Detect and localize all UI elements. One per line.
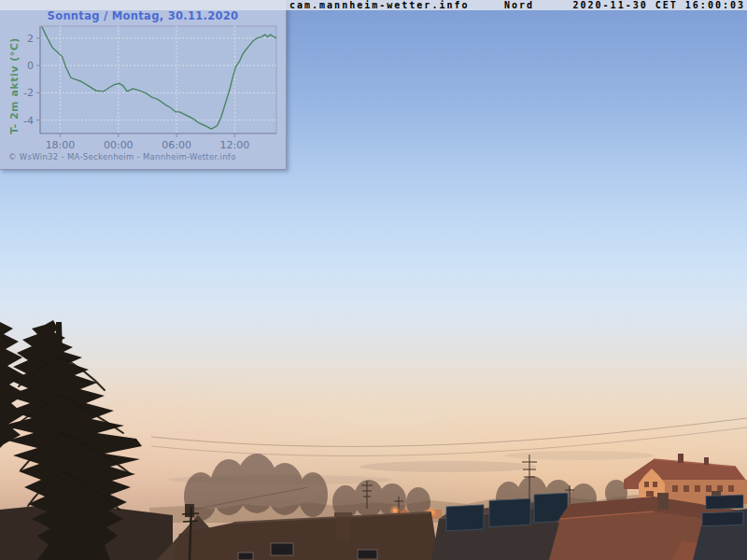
timestamp: 2020-11-30 CET 16:00:03 bbox=[573, 0, 745, 10]
chart-credit: © WsWin32 - MA-Seckenheim - Mannheim-Wet… bbox=[8, 152, 236, 161]
camera-direction: Nord bbox=[504, 0, 534, 10]
chart-title: Sonntag / Montag, 30.11.2020 bbox=[0, 9, 286, 23]
y-tick-label: 2 bbox=[27, 33, 34, 45]
temperature-chart-panel: 20-2-418:0000:0006:0012:00 Sonntag / Mon… bbox=[0, 0, 287, 170]
y-tick-label: 0 bbox=[27, 60, 34, 72]
chart-y-axis-label: T- 2m aktiv (°C) bbox=[8, 30, 21, 142]
x-tick-label: 18:00 bbox=[46, 139, 76, 151]
temperature-chart: 20-2-418:0000:0006:0012:00 bbox=[0, 0, 286, 169]
site-name: cam.mannheim-wetter.info bbox=[289, 0, 470, 10]
x-tick-label: 06:00 bbox=[162, 139, 191, 151]
y-tick-label: -2 bbox=[23, 87, 34, 99]
x-tick-label: 12:00 bbox=[220, 139, 250, 151]
webcam-snapshot: 20-2-418:0000:0006:0012:00 Sonntag / Mon… bbox=[0, 0, 747, 560]
y-tick-label: -4 bbox=[23, 115, 34, 127]
x-tick-label: 00:00 bbox=[104, 139, 134, 151]
overlay-bar: cam.mannheim-wetter.info Nord 2020-11-30… bbox=[0, 0, 747, 10]
